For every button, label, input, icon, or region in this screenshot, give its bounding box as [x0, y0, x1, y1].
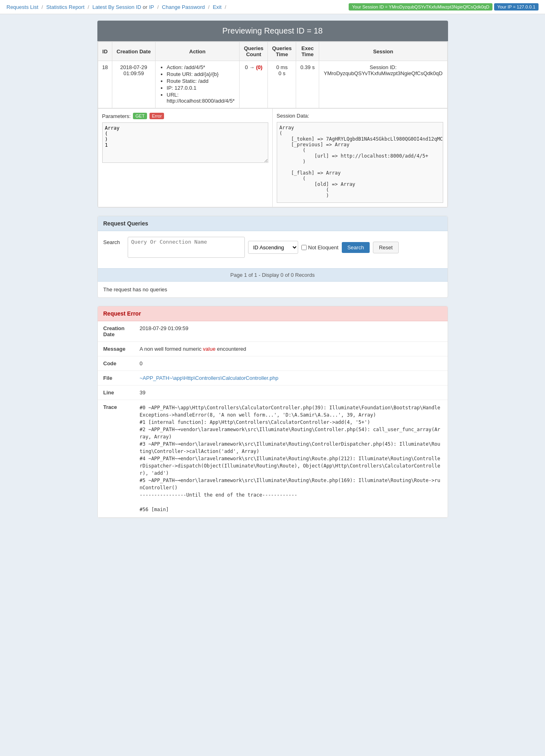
nav-change-password[interactable]: Change Password — [162, 4, 205, 10]
error-value-file: ~APP_PATH~\app\Http\Controllers\Calculat… — [134, 371, 448, 385]
nav-requests-list[interactable]: Requests List — [6, 4, 38, 10]
cell-queries-time: 0 ms 0 s — [268, 61, 296, 108]
not-eloquent-checkbox[interactable] — [301, 245, 307, 250]
request-queries-header: Request Queries — [98, 216, 448, 231]
error-value-creation-date: 2018-07-29 01:09:59 — [134, 321, 448, 342]
sep-5: / — [225, 4, 226, 10]
sep-2: / — [88, 4, 89, 10]
session-data-header: Session Data: — [277, 113, 443, 119]
error-row-trace: Trace #0 ~APP_PATH~\app\Http\Controllers… — [98, 400, 448, 518]
cell-id: 18 — [98, 61, 112, 108]
error-table: Creation Date 2018-07-29 01:09:59 Messag… — [98, 321, 448, 518]
search-input[interactable] — [128, 237, 245, 258]
error-row-creation-date: Creation Date 2018-07-29 01:09:59 — [98, 321, 448, 342]
page-title: Previewing Request ID = 18 — [97, 21, 448, 41]
highlight-word: value — [203, 346, 215, 352]
pagination-bar: Page 1 of 1 - Display 0 of 0 Records — [98, 268, 448, 282]
top-nav: Requests List / Statistics Report / Late… — [0, 0, 545, 14]
col-action: Action — [155, 42, 240, 61]
sort-select[interactable]: ID Ascending ID Descending — [248, 241, 298, 254]
error-row-message: Message A non well formed numeric value … — [98, 342, 448, 356]
session-data-section: Session Data: Array ( [_token] => 7AgHRY… — [273, 109, 447, 207]
queries-count-extra: (0) — [256, 64, 263, 70]
sep-4: / — [208, 4, 210, 10]
queries-time-ms: 0 ms — [276, 64, 288, 70]
session-data-code: Array ( [_token] => 7AgHRYLQgbdB1NAs4SGk… — [277, 122, 443, 203]
ip-badge: Your IP = 127.0.0.1 — [494, 3, 539, 11]
error-label-creation-date: Creation Date — [98, 321, 134, 342]
cell-exec-time: 0.39 s — [296, 61, 319, 108]
session-badges: Your Session ID = YMroDyzqubQSYvTKxfuMiw… — [349, 3, 539, 11]
not-eloquent-text: Not Eloquent — [308, 244, 339, 251]
cell-action: Action: /add/4/5* Route URI: add/{a}/{b}… — [155, 61, 240, 108]
session-data-label: Session Data: — [277, 113, 309, 119]
action-list: Action: /add/4/5* Route URI: add/{a}/{b}… — [160, 64, 236, 104]
params-label: Parameters: — [102, 113, 131, 119]
badge-error: Error — [149, 113, 164, 119]
search-button[interactable]: Search — [342, 242, 370, 253]
col-id: ID — [98, 42, 112, 61]
cell-creation-date: 2018-07-29 01:09:59 — [112, 61, 155, 108]
error-label-message: Message — [98, 342, 134, 356]
error-label-trace: Trace — [98, 400, 134, 518]
action-item-3: Route Static: /add — [167, 78, 236, 84]
cell-session: Session ID: YMroDyzqubQSYvTKxfuMiwzpt3Ng… — [319, 61, 447, 108]
request-detail-wrapper: ID Creation Date Action QueriesCount Que… — [97, 41, 448, 208]
error-label-code: Code — [98, 356, 134, 371]
action-item-4: IP: 127.0.0.1 — [167, 85, 236, 91]
params-code-area[interactable]: Array ( ) 1 — [102, 122, 268, 163]
col-queries-count: QueriesCount — [240, 42, 268, 61]
no-queries-message: The request has no queries — [98, 282, 448, 297]
params-session-cell: Parameters: GET Error Array ( ) 1 Sessio… — [98, 108, 447, 207]
error-label-line: Line — [98, 385, 134, 400]
error-value-message: A non well formed numeric value encounte… — [134, 342, 448, 356]
search-row: Search ID Ascending ID Descending Not El… — [103, 237, 442, 258]
error-row-code: Code 0 — [98, 356, 448, 371]
session-badge: Your Session ID = YMroDyzqubQSYvTKxfuMiw… — [349, 3, 492, 11]
nav-ip[interactable]: IP — [149, 4, 154, 10]
search-controls: ID Ascending ID Descending Not Eloquent … — [128, 237, 399, 258]
page-container: Previewing Request ID = 18 ID Creation D… — [91, 14, 455, 533]
queries-time-s: 0 s — [278, 70, 285, 76]
time-value: 01:09:59 — [124, 70, 144, 76]
session-label: Session ID: — [370, 64, 396, 70]
col-queries-time: QueriesTime — [268, 42, 296, 61]
params-section: Parameters: GET Error Array ( ) 1 — [98, 109, 273, 207]
date-value: 2018-07-29 — [120, 64, 147, 70]
table-row: 18 2018-07-29 01:09:59 Action: /add/4/5*… — [98, 61, 447, 108]
error-value-trace: #0 ~APP_PATH~\app\Http\Controllers\Calcu… — [134, 400, 448, 518]
search-label: Search — [103, 237, 124, 245]
request-error-panel: Request Error Creation Date 2018-07-29 0… — [97, 306, 448, 518]
cell-queries-count: 0 → (0) — [240, 61, 268, 108]
sep-1: / — [42, 4, 43, 10]
params-session-wrapper: Parameters: GET Error Array ( ) 1 Sessio… — [98, 108, 447, 207]
error-label-file: File — [98, 371, 134, 385]
not-eloquent-label: Not Eloquent — [301, 244, 339, 251]
request-table: ID Creation Date Action QueriesCount Que… — [98, 42, 448, 207]
col-creation-date: Creation Date — [112, 42, 155, 61]
col-exec-time: ExecTime — [296, 42, 319, 61]
sep-3: / — [157, 4, 159, 10]
params-session-row: Parameters: GET Error Array ( ) 1 Sessio… — [98, 108, 447, 207]
badge-get: GET — [133, 113, 147, 119]
reset-button[interactable]: Reset — [373, 242, 399, 253]
nav-exit[interactable]: Exit — [213, 4, 222, 10]
action-item-5: URL:http://localhost:8000/add/4/5* — [167, 92, 236, 104]
request-queries-body: Search ID Ascending ID Descending Not El… — [98, 231, 448, 268]
params-header: Parameters: GET Error — [102, 113, 268, 119]
error-row-line: Line 39 — [98, 385, 448, 400]
session-id-value: YMroDyzqubQSYvTKxfuMiwzpt3NgieQfCsQdk0qD — [324, 70, 442, 76]
request-error-header: Request Error — [98, 306, 448, 321]
nav-statistics-report[interactable]: Statistics Report — [46, 4, 84, 10]
request-queries-panel: Request Queries Search ID Ascending ID D… — [97, 216, 448, 298]
nav-latest-session[interactable]: Latest By Session ID — [93, 4, 141, 10]
error-row-file: File ~APP_PATH~\app\Http\Controllers\Cal… — [98, 371, 448, 385]
error-value-code: 0 — [134, 356, 448, 371]
action-item-1: Action: /add/4/5* — [167, 64, 236, 70]
col-session: Session — [319, 42, 447, 61]
nav-links: Requests List / Statistics Report / Late… — [6, 4, 228, 10]
trace-content: #0 ~APP_PATH~\app\Http\Controllers\Calcu… — [140, 404, 442, 513]
error-value-line: 39 — [134, 385, 448, 400]
nav-or: or — [143, 4, 147, 10]
action-item-2: Route URI: add/{a}/{b} — [167, 71, 236, 77]
